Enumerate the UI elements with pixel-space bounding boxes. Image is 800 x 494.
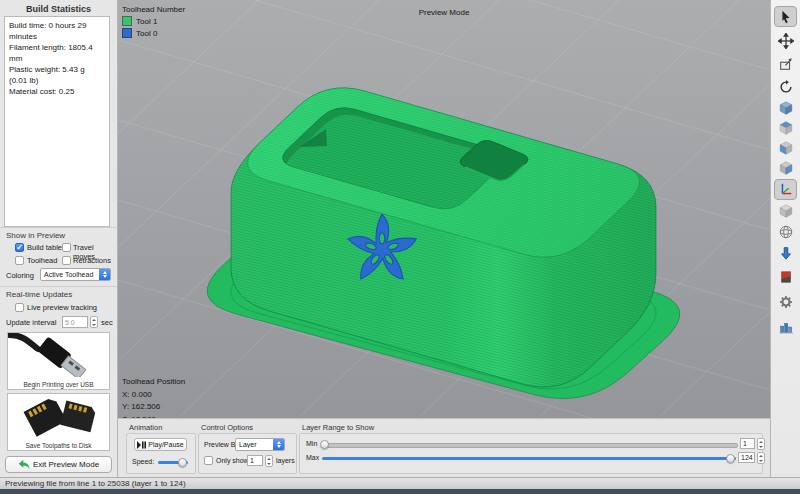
play-pause-icon <box>137 441 146 449</box>
min-layer-stepper[interactable] <box>757 438 765 450</box>
usb-button-label: Begin Printing over USB <box>8 381 109 388</box>
coloring-dropdown[interactable]: Active Toolhead <box>40 268 111 281</box>
settings-gear-icon[interactable] <box>774 291 797 312</box>
wireframe-render-icon[interactable] <box>774 221 797 242</box>
usb-cable-icon <box>8 333 109 377</box>
tool0-label: Tool 0 <box>136 29 157 38</box>
divider <box>0 227 117 228</box>
min-label: Min <box>306 440 317 447</box>
checkbox-retractions[interactable] <box>62 256 71 265</box>
play-pause-button[interactable]: Play/Pause <box>134 438 187 451</box>
stat-build-time: Build time: 0 hours 29 minutes <box>9 20 105 42</box>
divider <box>0 286 117 287</box>
max-layer-stepper[interactable] <box>757 452 765 464</box>
dropdown-stepper-icon <box>99 269 110 280</box>
stat-plastic-weight: Plastic weight: 5.43 g (0.01 lb) <box>9 64 105 86</box>
stat-filament-length: Filament length: 1805.4 mm <box>9 42 105 64</box>
speed-slider-handle[interactable] <box>178 458 187 467</box>
max-slider-handle[interactable] <box>726 454 735 463</box>
rotate-view-icon[interactable] <box>774 76 797 97</box>
window-bottom-strip <box>0 489 800 494</box>
play-pause-label: Play/Pause <box>148 441 183 448</box>
coloring-label: Coloring <box>6 271 34 280</box>
solid-render-icon[interactable] <box>774 200 797 221</box>
begin-printing-usb-button[interactable]: Begin Printing over USB <box>7 332 110 390</box>
preview-controls-bar: Animation Play/Pause Speed: Control Opti… <box>118 418 770 477</box>
checkbox-build-table-label: Build table <box>27 243 62 252</box>
panel-title: Build Statistics <box>0 4 117 14</box>
min-layer-slider[interactable] <box>322 443 738 448</box>
max-label: Max <box>306 454 319 461</box>
cross-section-icon[interactable] <box>774 266 797 287</box>
show-axes-icon[interactable] <box>774 179 797 200</box>
only-show-checkbox[interactable] <box>204 456 213 465</box>
view-side-icon[interactable] <box>774 157 797 178</box>
preview-mode-label: Preview Mode <box>118 8 770 17</box>
pan-view-icon[interactable] <box>774 53 797 74</box>
preview-by-dropdown[interactable]: Layer <box>235 438 285 451</box>
preview-scene <box>118 0 770 418</box>
checkbox-travel-moves[interactable] <box>62 243 71 252</box>
exit-preview-mode-button[interactable]: Exit Preview Mode <box>5 456 112 473</box>
check-icon: ✓ <box>16 244 23 251</box>
exit-button-label: Exit Preview Mode <box>33 460 99 469</box>
live-preview-tracking-label: Live preview tracking <box>27 303 97 312</box>
update-interval-label: Update interval <box>6 318 56 327</box>
min-layer-value: 1 <box>743 440 747 447</box>
checkbox-retractions-label: Retractions <box>73 256 111 265</box>
view-top-icon[interactable] <box>774 117 797 138</box>
layer-range-group-label: Layer Range to Show <box>302 423 374 432</box>
toolhead-y: Y: 162.506 <box>122 401 185 414</box>
toolpath-stats-icon[interactable] <box>774 316 797 337</box>
checkbox-live-preview-tracking[interactable] <box>15 303 24 312</box>
move-model-icon[interactable] <box>774 30 797 51</box>
app-window: { "left_panel": { "title": "Build Statis… <box>0 0 800 494</box>
save-toolpaths-disk-button[interactable]: Save Toolpaths to Disk <box>7 393 110 451</box>
update-interval-field[interactable]: 5.0 <box>62 316 88 328</box>
view-isometric-icon[interactable] <box>774 97 797 118</box>
only-show-unit: layers <box>276 457 295 464</box>
sd-cards-icon <box>8 394 109 438</box>
update-interval-stepper[interactable] <box>90 316 98 328</box>
speed-label: Speed: <box>132 458 154 465</box>
realtime-updates-header: Real-time Updates <box>6 290 72 299</box>
build-stats-box: Build time: 0 hours 29 minutes Filament … <box>4 16 110 227</box>
min-layer-field[interactable]: 1 <box>740 438 755 449</box>
viewport-3d[interactable]: Toolhead Number Tool 1 Tool 0 Preview Mo… <box>118 0 770 418</box>
only-show-stepper[interactable] <box>265 455 273 467</box>
status-bar: Previewing file from line 1 to 25038 (la… <box>0 477 800 489</box>
toolhead-x: X: 0.000 <box>122 389 185 402</box>
only-show-value: 1 <box>250 457 254 464</box>
update-interval-value: 5.0 <box>65 319 75 326</box>
coloring-dropdown-value: Active Toolhead <box>41 271 99 278</box>
disk-button-label: Save Toolpaths to Disk <box>8 442 109 449</box>
tool1-label: Tool 1 <box>136 17 157 26</box>
only-show-label: Only show <box>216 457 249 464</box>
back-arrow-icon <box>18 459 30 470</box>
view-front-icon[interactable] <box>774 137 797 158</box>
view-toolbar <box>770 0 800 477</box>
select-cursor-icon[interactable] <box>774 6 797 27</box>
checkbox-toolhead[interactable] <box>15 256 24 265</box>
max-layer-value: 124 <box>741 454 753 461</box>
max-layer-slider[interactable] <box>322 457 736 460</box>
tool1-color-swatch <box>122 16 132 26</box>
layer-range-group <box>299 433 763 474</box>
min-slider-handle[interactable] <box>320 440 329 449</box>
only-show-field[interactable]: 1 <box>247 455 263 466</box>
legend-item-tool1: Tool 1 <box>122 16 185 26</box>
status-text: Previewing file from line 1 to 25038 (la… <box>0 478 800 489</box>
update-interval-unit: sec <box>101 318 113 327</box>
dropdown-stepper-icon <box>273 439 284 450</box>
checkbox-toolhead-label: Toolhead <box>27 256 57 265</box>
toolhead-position-title: Toolhead Position <box>122 376 185 389</box>
animation-group-label: Animation <box>129 423 162 432</box>
legend-item-tool0: Tool 0 <box>122 28 185 38</box>
place-on-bed-icon[interactable] <box>774 242 797 263</box>
show-in-preview-header: Show in Preview <box>6 231 65 240</box>
max-layer-field[interactable]: 124 <box>738 452 755 463</box>
tool0-color-swatch <box>122 28 132 38</box>
checkbox-build-table[interactable]: ✓ <box>15 243 24 252</box>
preview-by-label: Preview By <box>204 441 239 448</box>
control-options-group-label: Control Options <box>201 423 253 432</box>
